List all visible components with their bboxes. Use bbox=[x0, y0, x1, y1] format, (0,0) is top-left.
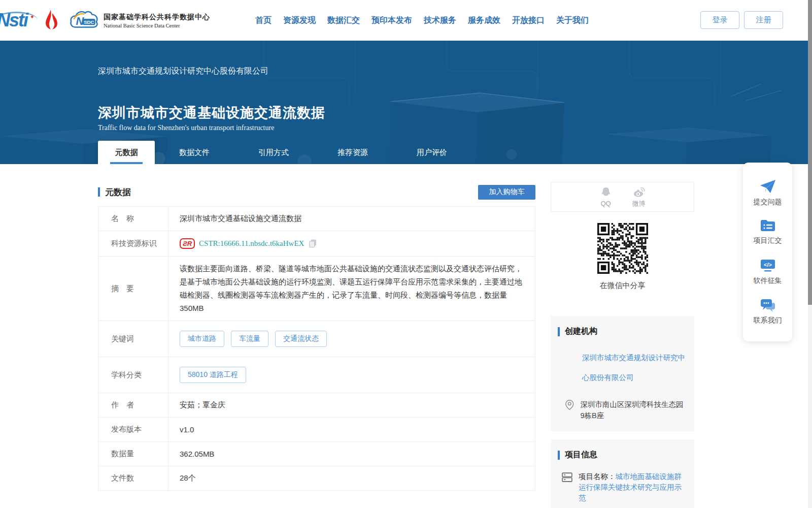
logo-area: Nsti ✦ N SDC 国家基础学科公共科学数据中心 bbox=[0, 0, 210, 41]
floating-action-panel: 提交问题 项目汇交 </> 软件征集 联系 bbox=[743, 163, 792, 341]
share-weibo-button[interactable]: 微博 bbox=[632, 186, 646, 208]
section-bar-decor bbox=[98, 187, 100, 197]
red-flame-logo-icon bbox=[43, 8, 60, 33]
hero-banner: 深圳市城市交通规划设计研究中心股份有限公司 深圳市城市交通基础设施交通流数据 T… bbox=[0, 41, 812, 164]
nav-service-results[interactable]: 服务成效 bbox=[468, 15, 500, 26]
row-label: 文件数 bbox=[98, 466, 168, 490]
metadata-section-title: 元数据 bbox=[98, 186, 131, 198]
row-label: 科技资源标识 bbox=[98, 231, 168, 256]
subject-value: 58010 道路工程 bbox=[168, 357, 535, 393]
dataset-subtitle-en: Traffic flow data for Shenzhen's urban t… bbox=[98, 124, 274, 132]
share-box: QQ 微博 bbox=[551, 182, 694, 212]
code-monitor-icon: </> bbox=[760, 259, 776, 273]
contact-us-button[interactable]: 联系我们 bbox=[754, 298, 782, 325]
software-collection-button[interactable]: </> 软件征集 bbox=[754, 259, 782, 285]
nav-home[interactable]: 首页 bbox=[255, 15, 272, 26]
project-title-text: 项目信息 bbox=[565, 450, 597, 460]
nsti-logo: Nsti ✦ bbox=[0, 10, 30, 31]
row-label: 关键词 bbox=[98, 321, 168, 357]
creator-org-link[interactable]: 深圳市城市交通规划设计研究中心股份有限公司 bbox=[558, 348, 687, 388]
table-row-subject: 学科分类 58010 道路工程 bbox=[98, 357, 535, 393]
nsdc-cloud-icon: N SDC bbox=[69, 9, 99, 32]
keywords-value: 城市道路 车流量 交通流状态 bbox=[168, 321, 535, 357]
software-collection-label: 软件征集 bbox=[754, 276, 782, 285]
row-label: 名 称 bbox=[98, 207, 168, 231]
table-row-size: 数据量 362.05MB bbox=[98, 442, 535, 466]
project-submission-label: 项目汇交 bbox=[754, 236, 782, 245]
cstr-logo-icon: ƧR bbox=[180, 238, 195, 249]
project-name-icon bbox=[562, 472, 572, 503]
nsdc-cn-name: 国家基础学科公共科学数据中心 bbox=[104, 13, 210, 22]
tab-metadata[interactable]: 元数据 bbox=[98, 141, 155, 164]
nsti-spark-icon: ✦ bbox=[30, 14, 33, 20]
creator-address: 深圳市南山区深圳湾科技生态园9栋B座 bbox=[581, 399, 687, 421]
metadata-section-header: 元数据 加入购物车 bbox=[98, 184, 535, 200]
project-name-row: 项目名称：城市地面基础设施群运行保障关键技术研究与应用示范 bbox=[558, 471, 687, 503]
tab-data-files[interactable]: 数据文件 bbox=[155, 141, 234, 164]
row-label: 作 者 bbox=[98, 393, 168, 417]
row-value: 深圳市城市交通基础设施交通流数据 bbox=[168, 207, 535, 231]
author-value: 安茹；覃金庆 bbox=[168, 393, 535, 417]
login-button[interactable]: 登录 bbox=[700, 11, 739, 29]
location-pin-icon bbox=[565, 399, 574, 411]
project-submission-button[interactable]: 项目汇交 bbox=[754, 219, 782, 245]
svg-text:SDC: SDC bbox=[84, 19, 94, 25]
table-row-cstr: 科技资源标识 ƧR CSTR:16666.11.nbsdc.t6kaHwEX bbox=[98, 231, 535, 257]
row-label: 数据量 bbox=[98, 442, 168, 466]
table-row-abstract: 摘 要 该数据主要面向道路、桥梁、隧道等城市地面公共基础设施的交通流状态监测以及… bbox=[98, 257, 535, 321]
table-row-version: 发布版本 v1.0 bbox=[98, 418, 535, 442]
nsdc-logo-text: 国家基础学科公共科学数据中心 National Basic Science Da… bbox=[104, 13, 210, 28]
page-scrollbar[interactable] bbox=[808, 0, 812, 508]
tab-bar: 元数据 数据文件 引用方式 推荐资源 用户评价 bbox=[98, 141, 471, 164]
scrollbar-thumb[interactable] bbox=[808, 0, 812, 305]
chat-bubbles-icon bbox=[760, 298, 776, 312]
paper-plane-icon bbox=[759, 179, 776, 194]
creator-section-title: 创建机构 bbox=[558, 326, 687, 337]
add-to-cart-button[interactable]: 加入购物车 bbox=[478, 185, 535, 200]
qr-code bbox=[597, 223, 648, 274]
filecount-value: 28个 bbox=[168, 466, 535, 490]
table-row-filecount: 文件数 28个 bbox=[98, 466, 535, 491]
nav-resource-discovery[interactable]: 资源发现 bbox=[283, 15, 316, 26]
project-info-box: 项目信息 项目名称：城市地面基础设施群运行保障关键技术研究与应用示范 bbox=[551, 439, 694, 508]
nav-data-submission[interactable]: 数据汇交 bbox=[327, 15, 360, 26]
submit-question-label: 提交问题 bbox=[754, 198, 782, 207]
qq-icon bbox=[600, 186, 612, 199]
svg-text:</>: </> bbox=[764, 261, 772, 267]
subject-tag[interactable]: 58010 道路工程 bbox=[180, 367, 246, 383]
main-content: 元数据 加入购物车 名 称 深圳市城市交通基础设施交通流数据 科技资源标识 ƧR… bbox=[98, 184, 535, 508]
creator-box: 创建机构 深圳市城市交通规划设计研究中心股份有限公司 深圳市南山区深圳湾科技生态… bbox=[551, 316, 694, 431]
banner-organization: 深圳市城市交通规划设计研究中心股份有限公司 bbox=[98, 66, 268, 77]
keyword-tag[interactable]: 交通流状态 bbox=[275, 331, 327, 347]
tab-citation[interactable]: 引用方式 bbox=[234, 141, 313, 164]
cstr-identifier-link[interactable]: CSTR:16666.11.nbsdc.t6kaHwEX bbox=[199, 239, 304, 248]
weibo-icon bbox=[632, 186, 646, 198]
page: Nsti ✦ N SDC 国家基础学科公共科学数据中心 bbox=[0, 0, 812, 508]
row-value: ƧR CSTR:16666.11.nbsdc.t6kaHwEX bbox=[168, 231, 535, 256]
nsdc-en-name: National Basic Science Data Center bbox=[104, 23, 210, 28]
section-bar-decor bbox=[558, 327, 560, 336]
row-label: 学科分类 bbox=[98, 357, 168, 393]
register-button[interactable]: 注册 bbox=[744, 11, 783, 29]
abstract-text: 该数据主要面向道路、桥梁、隧道等城市地面公共基础设施的交通流状态监测以及交通状态… bbox=[168, 257, 535, 321]
right-sidebar: QQ 微博 在微信中分享 创建机构 深圳市城市交通规 bbox=[551, 182, 694, 508]
copy-icon[interactable] bbox=[309, 239, 317, 248]
nav-about-us[interactable]: 关于我们 bbox=[556, 15, 589, 26]
keyword-tag[interactable]: 城市道路 bbox=[180, 331, 224, 347]
share-qq-button[interactable]: QQ bbox=[600, 186, 612, 207]
nav-tech-service[interactable]: 技术服务 bbox=[424, 15, 456, 26]
project-name-label: 项目名称： bbox=[579, 472, 616, 481]
project-section-title: 项目信息 bbox=[558, 450, 687, 460]
tab-reviews[interactable]: 用户评价 bbox=[392, 141, 471, 164]
submit-question-button[interactable]: 提交问题 bbox=[754, 179, 782, 207]
auth-buttons: 登录 注册 bbox=[700, 11, 783, 29]
section-bar-decor bbox=[558, 451, 560, 460]
metadata-table: 名 称 深圳市城市交通基础设施交通流数据 科技资源标识 ƧR CSTR:1666… bbox=[98, 206, 535, 491]
nav-open-api[interactable]: 开放接口 bbox=[512, 15, 545, 26]
row-label: 发布版本 bbox=[98, 418, 168, 441]
metadata-title-text: 元数据 bbox=[105, 186, 131, 198]
wechat-share-tip: 在微信中分享 bbox=[551, 281, 694, 291]
tab-recommended[interactable]: 推荐资源 bbox=[313, 141, 392, 164]
nav-preprint[interactable]: 预印本发布 bbox=[371, 15, 412, 26]
keyword-tag[interactable]: 车流量 bbox=[231, 331, 268, 347]
